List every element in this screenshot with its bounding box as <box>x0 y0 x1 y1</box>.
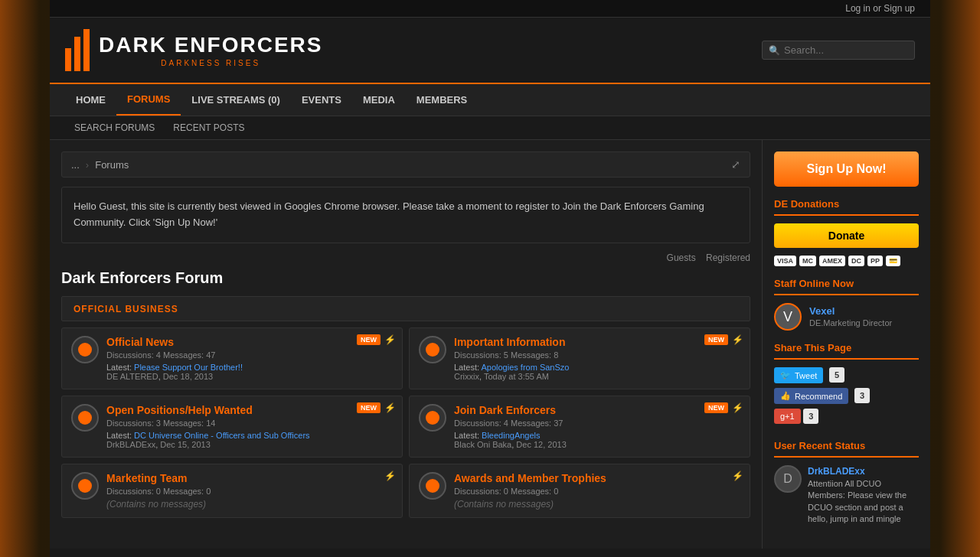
nav-live-streams[interactable]: LIVE STREAMS (0) <box>181 85 291 115</box>
notice-box: Hello Guest, this site is currently best… <box>61 187 750 243</box>
forum-item-marketing: Marketing Team Discussions: 0 Messages: … <box>61 464 403 518</box>
signup-button[interactable]: Sign Up Now! <box>774 151 919 187</box>
forum-stats-5: Discussions: 0 Messages: 0 <box>454 487 740 496</box>
user-status: D DrkBLADExx Attentiion All DCUO Members… <box>774 465 919 526</box>
new-badge-3: NEW <box>704 402 728 413</box>
search-icon: 🔍 <box>769 45 780 56</box>
forum-latest-by-3: Black Oni Baka <box>454 440 511 449</box>
rss-icon-3[interactable]: ⚡ <box>732 402 743 413</box>
logo-subtitle: DARKNESS RISES <box>99 59 322 67</box>
logo-bar-2 <box>74 37 80 71</box>
forum-name-4[interactable]: Marketing Team <box>106 472 393 484</box>
share-section: Share This Page 🐦 Tweet 5 👍 Recommend 3 <box>774 342 919 428</box>
forum-item-official-news: Official News Discussions: 4 Messages: 4… <box>61 327 403 389</box>
forum-latest-by-1: Crixxix <box>454 372 479 381</box>
guests-label: Guests <box>667 252 696 263</box>
forum-name-0[interactable]: Official News <box>106 336 393 348</box>
tweet-button[interactable]: 🐦 Tweet <box>774 367 823 383</box>
forum-stats-2: Discussions: 3 Messages: 14 <box>106 419 393 428</box>
forum-name-1[interactable]: Important Information <box>454 336 740 348</box>
logo-title: DARK ENFORCERS <box>99 33 322 57</box>
side-decoration-left <box>0 0 50 557</box>
gplus-count: 3 <box>803 409 818 424</box>
rss-icon-4[interactable]: ⚡ <box>384 471 396 481</box>
sub-nav: SEARCH FORUMS RECENT POSTS <box>50 116 930 140</box>
tweet-count: 5 <box>829 367 844 383</box>
user-status-section: User Recent Status D DrkBLADExx Attentii… <box>774 440 919 526</box>
forum-icon-5 <box>419 472 446 500</box>
nav-events[interactable]: EVENTS <box>291 85 352 115</box>
forum-icon-4 <box>71 472 99 500</box>
staff-role-0: DE.Marketing Director <box>809 318 892 327</box>
forum-stats-0: Discussions: 4 Messages: 47 <box>106 350 393 360</box>
forum-latest-link-2[interactable]: DC Universe Online - Officers and Sub Of… <box>134 431 309 440</box>
twitter-icon: 🐦 <box>780 370 791 380</box>
rss-icon-2[interactable]: ⚡ <box>384 402 396 413</box>
forum-latest-link-3[interactable]: BleedingAngels <box>482 431 540 440</box>
payment-pp: PP <box>867 256 883 266</box>
payment-icons: VISA MC AMEX DC PP 💳 <box>774 256 919 266</box>
forum-icon-3 <box>419 404 446 432</box>
stats-row: Guests Registered <box>61 252 750 263</box>
user-avatar: D <box>774 465 802 493</box>
forum-latest-0: Latest: Please Support Our Brother!! DE … <box>106 363 393 381</box>
breadcrumb: ... › Forums ⤢ <box>61 151 750 178</box>
rss-icon-5[interactable]: ⚡ <box>732 471 743 481</box>
forum-latest-by-2: DrkBLADExx <box>106 440 155 449</box>
staff-avatar-0: V <box>774 303 802 331</box>
forum-page-title: Dark Enforcers Forum <box>61 269 750 287</box>
forum-latest-link-1[interactable]: Apologies from SanSzo <box>481 363 569 372</box>
side-decoration-right <box>930 0 980 557</box>
staff-online-section: Staff Online Now V Vexel DE.Marketing Di… <box>774 278 919 331</box>
staff-name-0[interactable]: Vexel <box>809 305 892 317</box>
login-signup-link[interactable]: Log in or Sign up <box>845 3 915 14</box>
nav-forums[interactable]: FORUMS <box>116 84 181 116</box>
breadcrumb-dots: ... <box>71 159 80 171</box>
payment-mc: MC <box>799 256 816 266</box>
user-status-text: Attentiion All DCUO Members: Please view… <box>808 478 919 526</box>
header: DARK ENFORCERS DARKNESS RISES 🔍 <box>50 18 930 84</box>
new-badge-2: NEW <box>357 402 381 413</box>
payment-other: 💳 <box>886 256 900 266</box>
forum-info-3: Join Dark Enforcers Discussions: 4 Messa… <box>454 404 740 449</box>
nav-home[interactable]: HOME <box>65 85 116 115</box>
sidebar: Sign Up Now! DE Donations Donate VISA MC… <box>762 140 930 549</box>
forum-name-2[interactable]: Open Positions/Help Wanted <box>106 404 393 416</box>
search-input[interactable] <box>784 44 913 56</box>
donations-title: DE Donations <box>774 198 919 216</box>
forum-main: ... › Forums ⤢ Hello Guest, this site is… <box>50 140 762 549</box>
user-status-name: DrkBLADExx <box>808 466 865 477</box>
forum-name-5[interactable]: Awards and Member Trophies <box>454 472 740 484</box>
forum-latest-date-0: Dec 18, 2013 <box>163 372 213 381</box>
new-badge-1: NEW <box>704 334 728 345</box>
recommend-button[interactable]: 👍 Recommend <box>774 388 848 404</box>
breadcrumb-forums[interactable]: Forums <box>95 159 129 171</box>
forum-icon-2 <box>71 404 99 432</box>
forum-latest-date-3: Dec 12, 2013 <box>516 440 566 449</box>
forum-latest-link-0[interactable]: Please Support Our Brother!! <box>134 363 243 372</box>
rss-icon-0[interactable]: ⚡ <box>384 334 396 345</box>
staff-member-0: V Vexel DE.Marketing Director <box>774 303 919 331</box>
subnav-search-forums[interactable]: SEARCH FORUMS <box>65 116 164 139</box>
forum-item-important-info: Important Information Discussions: 5 Mes… <box>409 327 750 389</box>
search-box[interactable]: 🔍 <box>762 41 915 60</box>
share-buttons: 🐦 Tweet 5 👍 Recommend 3 g+1 <box>774 367 919 428</box>
forum-latest-3: Latest: BleedingAngels Black Oni Baka, D… <box>454 431 740 449</box>
registered-label: Registered <box>706 252 750 263</box>
gplus-button[interactable]: g+1 <box>774 409 801 424</box>
subnav-recent-posts[interactable]: RECENT POSTS <box>164 116 253 139</box>
breadcrumb-sep: › <box>86 159 89 171</box>
nav-media[interactable]: MEDIA <box>352 85 406 115</box>
forum-info-0: Official News Discussions: 4 Messages: 4… <box>106 336 393 381</box>
logo-bar-3 <box>83 29 90 71</box>
payment-visa: VISA <box>774 256 796 266</box>
forum-no-messages-5: (Contains no messages) <box>454 499 740 510</box>
expand-icon[interactable]: ⤢ <box>731 158 740 171</box>
forum-icon-1 <box>419 336 446 363</box>
forum-no-messages-4: (Contains no messages) <box>106 499 393 510</box>
forum-name-3[interactable]: Join Dark Enforcers <box>454 404 740 416</box>
donate-button[interactable]: Donate <box>774 223 919 248</box>
nav-members[interactable]: MEMBERS <box>406 85 478 115</box>
rss-icon-1[interactable]: ⚡ <box>732 334 743 345</box>
forum-info-4: Marketing Team Discussions: 0 Messages: … <box>106 472 393 510</box>
